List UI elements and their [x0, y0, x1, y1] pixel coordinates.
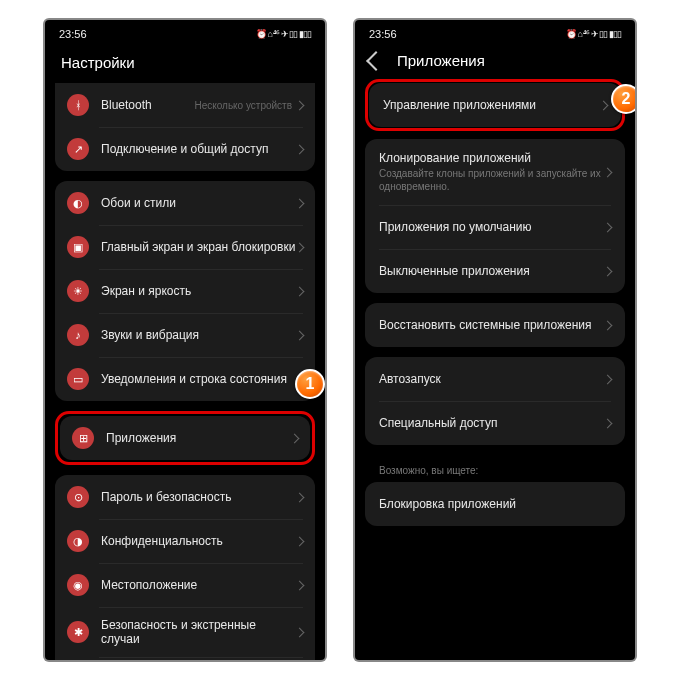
- safety-icon: ✱: [67, 621, 89, 643]
- row-label: Автозапуск: [379, 372, 604, 386]
- row-label: Главный экран и экран блокировки: [101, 240, 296, 254]
- notifications-icon: ▭: [67, 368, 89, 390]
- group-apps: ⊞ Приложения: [60, 416, 310, 460]
- row-label: Блокировка приложений: [379, 497, 611, 511]
- chevron-icon: [603, 418, 613, 428]
- chevron-icon: [295, 100, 305, 110]
- group-autostart: Автозапуск Специальный доступ: [365, 357, 625, 445]
- row-brightness[interactable]: ☀ Экран и яркость: [55, 269, 315, 313]
- page-title: Приложения: [397, 52, 485, 69]
- back-icon[interactable]: [366, 51, 386, 71]
- row-autostart[interactable]: Автозапуск: [365, 357, 625, 401]
- row-battery[interactable]: ▮ Батарея: [55, 657, 315, 660]
- chevron-icon: [603, 222, 613, 232]
- row-apps[interactable]: ⊞ Приложения: [60, 416, 310, 460]
- row-password[interactable]: ⊙ Пароль и безопасность: [55, 475, 315, 519]
- apps-icon: ⊞: [72, 427, 94, 449]
- highlight-box-1: ⊞ Приложения: [55, 411, 315, 465]
- chevron-icon: [295, 286, 305, 296]
- home-icon: ▣: [67, 236, 89, 258]
- row-label: Подключение и общий доступ: [101, 142, 296, 156]
- chevron-icon: [295, 627, 305, 637]
- header: Приложения: [355, 44, 635, 79]
- chevron-icon: [295, 580, 305, 590]
- group-display: ◐ Обои и стили ▣ Главный экран и экран б…: [55, 181, 315, 401]
- row-label: Управление приложениями: [383, 98, 600, 112]
- row-label: Уведомления и строка состояния: [101, 372, 296, 386]
- status-bar: 23:56 ⏰ ⌂ ⁴⁶ ✈ ▯▯ ▮▯▯: [355, 20, 635, 44]
- row-label: Звуки и вибрация: [101, 328, 296, 342]
- chevron-icon: [295, 536, 305, 546]
- group-connectivity: ᚼ Bluetooth Несколько устройств ↗ Подклю…: [55, 83, 315, 171]
- brightness-icon: ☀: [67, 280, 89, 302]
- group-manage-apps: Управление приложениями: [369, 83, 621, 127]
- highlight-box-2: Управление приложениями: [365, 79, 625, 131]
- settings-list: ᚼ Bluetooth Несколько устройств ↗ Подклю…: [45, 83, 325, 660]
- row-label: Безопасность и экстренные случаи: [101, 618, 296, 646]
- apps-list: Управление приложениями Клонирование при…: [355, 79, 635, 526]
- chevron-icon: [603, 320, 613, 330]
- location-icon: ◉: [67, 574, 89, 596]
- group-restore: Восстановить системные приложения: [365, 303, 625, 347]
- row-default-apps[interactable]: Приложения по умолчанию: [365, 205, 625, 249]
- row-label: Клонирование приложений: [379, 151, 604, 165]
- status-time: 23:56: [369, 28, 397, 40]
- row-location[interactable]: ◉ Местоположение: [55, 563, 315, 607]
- share-icon: ↗: [67, 138, 89, 160]
- row-disabled-apps[interactable]: Выключенные приложения: [365, 249, 625, 293]
- row-homescreen[interactable]: ▣ Главный экран и экран блокировки: [55, 225, 315, 269]
- row-label: Обои и стили: [101, 196, 296, 210]
- row-wallpaper[interactable]: ◐ Обои и стили: [55, 181, 315, 225]
- chevron-icon: [295, 492, 305, 502]
- row-subtext: Создавайте клоны приложений и запускайте…: [379, 167, 604, 193]
- row-notifications[interactable]: ▭ Уведомления и строка состояния: [55, 357, 315, 401]
- chevron-icon: [295, 242, 305, 252]
- row-label: Экран и яркость: [101, 284, 296, 298]
- row-sharing[interactable]: ↗ Подключение и общий доступ: [55, 127, 315, 171]
- group-security: ⊙ Пароль и безопасность ◑ Конфиденциальн…: [55, 475, 315, 660]
- group-app-options: Клонирование приложений Создавайте клоны…: [365, 139, 625, 293]
- row-restore-system-apps[interactable]: Восстановить системные приложения: [365, 303, 625, 347]
- chevron-icon: [603, 266, 613, 276]
- row-label: Приложения по умолчанию: [379, 220, 604, 234]
- group-suggestion: Блокировка приложений: [365, 482, 625, 526]
- phone-left-settings: 1 23:56 ⏰ ⌂ ⁴⁶ ✈ ▯▯ ▮▯▯ Настройки ᚼ Blue…: [45, 20, 325, 660]
- bluetooth-icon: ᚼ: [67, 94, 89, 116]
- status-icons: ⏰ ⌂ ⁴⁶ ✈ ▯▯ ▮▯▯: [566, 29, 621, 39]
- row-privacy[interactable]: ◑ Конфиденциальность: [55, 519, 315, 563]
- row-manage-apps[interactable]: Управление приложениями: [369, 83, 621, 127]
- lock-icon: ⊙: [67, 486, 89, 508]
- row-value: Несколько устройств: [194, 100, 292, 111]
- row-label: Приложения: [106, 431, 291, 445]
- privacy-icon: ◑: [67, 530, 89, 552]
- row-special-access[interactable]: Специальный доступ: [365, 401, 625, 445]
- chevron-icon: [295, 198, 305, 208]
- row-label: Местоположение: [101, 578, 296, 592]
- step-badge-1: 1: [295, 369, 325, 399]
- row-label: Bluetooth: [101, 98, 194, 112]
- row-label: Специальный доступ: [379, 416, 604, 430]
- row-sound[interactable]: ♪ Звуки и вибрация: [55, 313, 315, 357]
- chevron-icon: [599, 100, 609, 110]
- status-time: 23:56: [59, 28, 87, 40]
- step-badge-2: 2: [611, 84, 635, 114]
- chevron-icon: [603, 374, 613, 384]
- hint-text: Возможно, вы ищете:: [365, 455, 625, 482]
- row-app-lock[interactable]: Блокировка приложений: [365, 482, 625, 526]
- phone-right-apps: 2 23:56 ⏰ ⌂ ⁴⁶ ✈ ▯▯ ▮▯▯ Приложения Управ…: [355, 20, 635, 660]
- page-title: Настройки: [45, 44, 325, 83]
- chevron-icon: [290, 433, 300, 443]
- row-safety[interactable]: ✱ Безопасность и экстренные случаи: [55, 607, 315, 657]
- row-label: Пароль и безопасность: [101, 490, 296, 504]
- chevron-icon: [603, 167, 613, 177]
- chevron-icon: [295, 144, 305, 154]
- wallpaper-icon: ◐: [67, 192, 89, 214]
- chevron-icon: [295, 330, 305, 340]
- status-icons: ⏰ ⌂ ⁴⁶ ✈ ▯▯ ▮▯▯: [256, 29, 311, 39]
- status-bar: 23:56 ⏰ ⌂ ⁴⁶ ✈ ▯▯ ▮▯▯: [45, 20, 325, 44]
- row-clone-apps[interactable]: Клонирование приложений Создавайте клоны…: [365, 139, 625, 205]
- row-bluetooth[interactable]: ᚼ Bluetooth Несколько устройств: [55, 83, 315, 127]
- row-label: Выключенные приложения: [379, 264, 604, 278]
- row-label: Конфиденциальность: [101, 534, 296, 548]
- sound-icon: ♪: [67, 324, 89, 346]
